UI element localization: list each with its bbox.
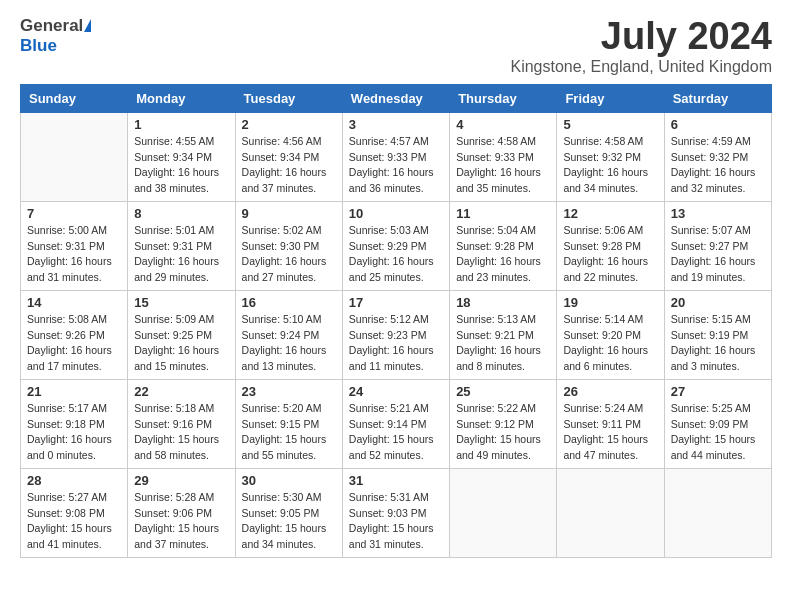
calendar-cell: 5Sunrise: 4:58 AM Sunset: 9:32 PM Daylig… [557, 112, 664, 201]
calendar-cell: 25Sunrise: 5:22 AM Sunset: 9:12 PM Dayli… [450, 379, 557, 468]
day-number: 30 [242, 473, 336, 488]
day-number: 23 [242, 384, 336, 399]
day-number: 31 [349, 473, 443, 488]
day-number: 21 [27, 384, 121, 399]
calendar-week-row: 14Sunrise: 5:08 AM Sunset: 9:26 PM Dayli… [21, 290, 772, 379]
day-number: 29 [134, 473, 228, 488]
day-info: Sunrise: 4:58 AM Sunset: 9:33 PM Dayligh… [456, 134, 550, 197]
day-info: Sunrise: 4:55 AM Sunset: 9:34 PM Dayligh… [134, 134, 228, 197]
day-info: Sunrise: 5:28 AM Sunset: 9:06 PM Dayligh… [134, 490, 228, 553]
day-number: 12 [563, 206, 657, 221]
calendar-cell [664, 468, 771, 557]
day-info: Sunrise: 5:14 AM Sunset: 9:20 PM Dayligh… [563, 312, 657, 375]
calendar-cell: 11Sunrise: 5:04 AM Sunset: 9:28 PM Dayli… [450, 201, 557, 290]
calendar-cell: 2Sunrise: 4:56 AM Sunset: 9:34 PM Daylig… [235, 112, 342, 201]
calendar-cell: 19Sunrise: 5:14 AM Sunset: 9:20 PM Dayli… [557, 290, 664, 379]
column-header-thursday: Thursday [450, 84, 557, 112]
day-number: 15 [134, 295, 228, 310]
calendar-cell: 7Sunrise: 5:00 AM Sunset: 9:31 PM Daylig… [21, 201, 128, 290]
day-number: 17 [349, 295, 443, 310]
calendar-cell: 29Sunrise: 5:28 AM Sunset: 9:06 PM Dayli… [128, 468, 235, 557]
calendar-cell: 12Sunrise: 5:06 AM Sunset: 9:28 PM Dayli… [557, 201, 664, 290]
calendar-cell: 17Sunrise: 5:12 AM Sunset: 9:23 PM Dayli… [342, 290, 449, 379]
logo: General Blue [20, 16, 91, 56]
day-number: 26 [563, 384, 657, 399]
day-info: Sunrise: 5:27 AM Sunset: 9:08 PM Dayligh… [27, 490, 121, 553]
day-number: 28 [27, 473, 121, 488]
day-info: Sunrise: 5:10 AM Sunset: 9:24 PM Dayligh… [242, 312, 336, 375]
day-info: Sunrise: 5:15 AM Sunset: 9:19 PM Dayligh… [671, 312, 765, 375]
day-number: 1 [134, 117, 228, 132]
day-number: 8 [134, 206, 228, 221]
day-info: Sunrise: 5:04 AM Sunset: 9:28 PM Dayligh… [456, 223, 550, 286]
day-info: Sunrise: 5:20 AM Sunset: 9:15 PM Dayligh… [242, 401, 336, 464]
day-info: Sunrise: 5:18 AM Sunset: 9:16 PM Dayligh… [134, 401, 228, 464]
day-number: 20 [671, 295, 765, 310]
day-number: 5 [563, 117, 657, 132]
day-info: Sunrise: 4:56 AM Sunset: 9:34 PM Dayligh… [242, 134, 336, 197]
day-info: Sunrise: 5:01 AM Sunset: 9:31 PM Dayligh… [134, 223, 228, 286]
column-header-monday: Monday [128, 84, 235, 112]
calendar-cell [450, 468, 557, 557]
calendar-cell: 15Sunrise: 5:09 AM Sunset: 9:25 PM Dayli… [128, 290, 235, 379]
day-number: 24 [349, 384, 443, 399]
day-number: 3 [349, 117, 443, 132]
logo-triangle-icon [84, 19, 91, 32]
calendar-cell: 28Sunrise: 5:27 AM Sunset: 9:08 PM Dayli… [21, 468, 128, 557]
day-number: 9 [242, 206, 336, 221]
calendar-cell: 13Sunrise: 5:07 AM Sunset: 9:27 PM Dayli… [664, 201, 771, 290]
day-info: Sunrise: 5:00 AM Sunset: 9:31 PM Dayligh… [27, 223, 121, 286]
day-info: Sunrise: 5:31 AM Sunset: 9:03 PM Dayligh… [349, 490, 443, 553]
day-number: 13 [671, 206, 765, 221]
calendar-week-row: 28Sunrise: 5:27 AM Sunset: 9:08 PM Dayli… [21, 468, 772, 557]
calendar-cell: 21Sunrise: 5:17 AM Sunset: 9:18 PM Dayli… [21, 379, 128, 468]
calendar-cell: 20Sunrise: 5:15 AM Sunset: 9:19 PM Dayli… [664, 290, 771, 379]
calendar-cell: 27Sunrise: 5:25 AM Sunset: 9:09 PM Dayli… [664, 379, 771, 468]
calendar-cell: 18Sunrise: 5:13 AM Sunset: 9:21 PM Dayli… [450, 290, 557, 379]
calendar-cell: 16Sunrise: 5:10 AM Sunset: 9:24 PM Dayli… [235, 290, 342, 379]
day-number: 18 [456, 295, 550, 310]
column-header-sunday: Sunday [21, 84, 128, 112]
day-info: Sunrise: 5:07 AM Sunset: 9:27 PM Dayligh… [671, 223, 765, 286]
calendar-cell: 8Sunrise: 5:01 AM Sunset: 9:31 PM Daylig… [128, 201, 235, 290]
day-number: 27 [671, 384, 765, 399]
calendar-cell [21, 112, 128, 201]
day-info: Sunrise: 5:12 AM Sunset: 9:23 PM Dayligh… [349, 312, 443, 375]
column-header-saturday: Saturday [664, 84, 771, 112]
day-number: 14 [27, 295, 121, 310]
day-info: Sunrise: 4:58 AM Sunset: 9:32 PM Dayligh… [563, 134, 657, 197]
column-header-wednesday: Wednesday [342, 84, 449, 112]
day-info: Sunrise: 5:02 AM Sunset: 9:30 PM Dayligh… [242, 223, 336, 286]
day-number: 25 [456, 384, 550, 399]
day-info: Sunrise: 5:30 AM Sunset: 9:05 PM Dayligh… [242, 490, 336, 553]
calendar-cell: 24Sunrise: 5:21 AM Sunset: 9:14 PM Dayli… [342, 379, 449, 468]
calendar-week-row: 1Sunrise: 4:55 AM Sunset: 9:34 PM Daylig… [21, 112, 772, 201]
logo-general: General [20, 16, 83, 36]
day-info: Sunrise: 5:09 AM Sunset: 9:25 PM Dayligh… [134, 312, 228, 375]
day-info: Sunrise: 5:06 AM Sunset: 9:28 PM Dayligh… [563, 223, 657, 286]
day-number: 6 [671, 117, 765, 132]
day-info: Sunrise: 5:17 AM Sunset: 9:18 PM Dayligh… [27, 401, 121, 464]
calendar-table: SundayMondayTuesdayWednesdayThursdayFrid… [20, 84, 772, 558]
calendar-week-row: 21Sunrise: 5:17 AM Sunset: 9:18 PM Dayli… [21, 379, 772, 468]
day-info: Sunrise: 5:22 AM Sunset: 9:12 PM Dayligh… [456, 401, 550, 464]
column-header-friday: Friday [557, 84, 664, 112]
calendar-cell: 14Sunrise: 5:08 AM Sunset: 9:26 PM Dayli… [21, 290, 128, 379]
calendar-cell: 23Sunrise: 5:20 AM Sunset: 9:15 PM Dayli… [235, 379, 342, 468]
day-number: 10 [349, 206, 443, 221]
calendar-cell: 9Sunrise: 5:02 AM Sunset: 9:30 PM Daylig… [235, 201, 342, 290]
day-number: 4 [456, 117, 550, 132]
day-info: Sunrise: 5:25 AM Sunset: 9:09 PM Dayligh… [671, 401, 765, 464]
day-number: 19 [563, 295, 657, 310]
day-number: 2 [242, 117, 336, 132]
location-title: Kingstone, England, United Kingdom [510, 58, 772, 76]
day-info: Sunrise: 5:13 AM Sunset: 9:21 PM Dayligh… [456, 312, 550, 375]
column-header-tuesday: Tuesday [235, 84, 342, 112]
day-info: Sunrise: 4:57 AM Sunset: 9:33 PM Dayligh… [349, 134, 443, 197]
month-title: July 2024 [510, 16, 772, 58]
day-number: 11 [456, 206, 550, 221]
calendar-cell: 31Sunrise: 5:31 AM Sunset: 9:03 PM Dayli… [342, 468, 449, 557]
day-info: Sunrise: 5:08 AM Sunset: 9:26 PM Dayligh… [27, 312, 121, 375]
calendar-cell: 4Sunrise: 4:58 AM Sunset: 9:33 PM Daylig… [450, 112, 557, 201]
day-number: 16 [242, 295, 336, 310]
